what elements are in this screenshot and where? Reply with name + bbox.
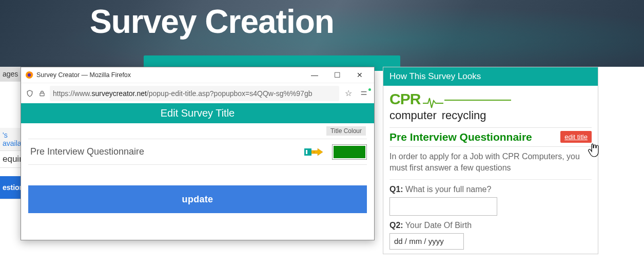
svg-point-7 [314,151,315,152]
title-row [28,139,367,165]
address-bar: https://www.surveycreator.net/popup-edit… [21,83,374,103]
edit-title-button[interactable]: edit title [560,131,592,143]
question-2-date-input[interactable] [389,233,464,250]
svg-rect-5 [304,148,311,156]
preview-header: How This Survey Looks [383,67,598,86]
question-1-label: Q1: What is your full name? [389,180,592,197]
question-2-label: Q2: Your Date Of Birth [389,216,592,233]
url-prefix: https://www. [53,89,91,98]
update-button[interactable]: update [28,185,367,213]
url-input[interactable]: https://www.surveycreator.net/popup-edit… [50,86,339,101]
survey-title-input[interactable] [28,143,300,160]
survey-title-text: Pre Interview Questionnaire [389,131,532,143]
title-colour-label: Title Colour [326,126,366,136]
bookmark-star-icon[interactable]: ☆ [342,88,355,98]
edit-body: Title Colour update [21,123,374,240]
logo-line [444,100,511,101]
maximize-button[interactable]: ☐ [326,68,348,82]
page-title: Survey Creation [90,3,334,41]
survey-title-row: Pre Interview Questionnaire edit title [389,127,592,147]
logo-subtitle: computerrecycling [389,109,592,122]
window-title: Survey Creator — Mozilla Firefox [36,71,131,79]
company-logo: CPR computerrecycling [389,91,592,125]
close-button[interactable]: ✕ [348,68,371,82]
svg-rect-6 [306,150,307,154]
title-colour-swatch[interactable] [332,144,367,160]
hero-banner: Survey Creation [0,0,644,67]
pointing-hand-icon [304,144,328,160]
firefox-icon [25,71,33,79]
lock-icon[interactable] [37,89,47,98]
shield-icon[interactable] [25,89,34,98]
url-path: /popup-edit-title.asp?popupbox=s4QQw-sg%… [147,89,313,98]
survey-intro: In order to apply for a Job with CPR Com… [389,147,592,180]
heartbeat-icon [423,97,443,112]
menu-icon[interactable] [358,89,370,98]
window-titlebar: Survey Creator — Mozilla Firefox — ☐ ✕ [21,67,374,83]
preview-panel: How This Survey Looks CPR computerrecycl… [383,67,598,254]
svg-point-1 [28,73,31,77]
question-1-input[interactable] [389,197,497,216]
popup-window: Survey Creator — Mozilla Firefox — ☐ ✕ h… [21,67,375,240]
svg-rect-2 [40,93,44,96]
popup-header: Edit Survey Title [21,103,374,123]
url-host: surveycreator.net [91,89,146,98]
minimize-button[interactable]: — [303,68,326,82]
logo-cpr: CPR [389,90,420,107]
